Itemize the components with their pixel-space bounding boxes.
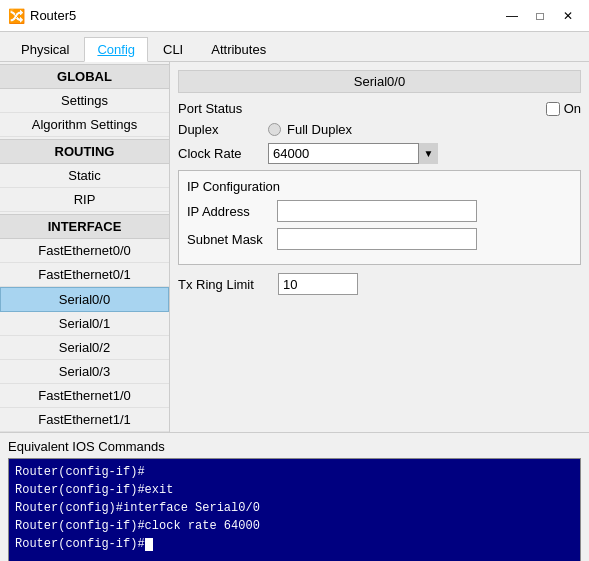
tx-ring-limit-label: Tx Ring Limit <box>178 277 268 292</box>
tx-ring-limit-input[interactable] <box>278 273 358 295</box>
tab-physical[interactable]: Physical <box>8 37 82 62</box>
console-line-5: Router(config-if)# <box>15 535 574 553</box>
maximize-button[interactable]: □ <box>527 5 553 27</box>
ip-address-label: IP Address <box>187 204 277 219</box>
console-line-1: Router(config-if)# <box>15 463 574 481</box>
sidebar-item-fastethernet0-1[interactable]: FastEthernet0/1 <box>0 263 169 287</box>
duplex-label: Duplex <box>178 122 268 137</box>
title-bar: 🔀 Router5 — □ ✕ <box>0 0 589 32</box>
sidebar-item-static[interactable]: Static <box>0 164 169 188</box>
port-status-row: Port Status On <box>178 101 581 116</box>
duplex-options: Full Duplex <box>268 122 352 137</box>
console-cursor <box>145 538 153 551</box>
sidebar-item-serial0-3[interactable]: Serial0/3 <box>0 360 169 384</box>
clock-rate-row: Clock Rate 64000 128000 256000 512000 ▼ <box>178 143 581 164</box>
ip-config-section: IP Configuration IP Address Subnet Mask <box>178 170 581 265</box>
sidebar-scroll[interactable]: GLOBAL Settings Algorithm Settings ROUTI… <box>0 62 169 432</box>
sidebar-item-algorithm-settings[interactable]: Algorithm Settings <box>0 113 169 137</box>
port-status-on-label: On <box>564 101 581 116</box>
sidebar-item-serial0-2[interactable]: Serial0/2 <box>0 336 169 360</box>
clock-rate-select[interactable]: 64000 128000 256000 512000 <box>268 143 438 164</box>
console-area[interactable]: Router(config-if)# Router(config-if)#exi… <box>8 458 581 561</box>
port-status-checkbox[interactable] <box>546 102 560 116</box>
subnet-mask-label: Subnet Mask <box>187 232 277 247</box>
section-routing-header: ROUTING <box>0 139 169 164</box>
console-line-3: Router(config)#interface Serial0/0 <box>15 499 574 517</box>
main-content: GLOBAL Settings Algorithm Settings ROUTI… <box>0 62 589 432</box>
subnet-mask-row: Subnet Mask <box>187 228 572 250</box>
sidebar-item-settings[interactable]: Settings <box>0 89 169 113</box>
right-panel: Serial0/0 Port Status On Duplex Full Dup… <box>170 62 589 432</box>
equiv-label: Equivalent IOS Commands <box>8 439 581 454</box>
port-status-label: Port Status <box>178 101 268 116</box>
section-global-header: GLOBAL <box>0 64 169 89</box>
duplex-value: Full Duplex <box>287 122 352 137</box>
title-bar-left: 🔀 Router5 <box>8 8 76 24</box>
subnet-mask-input[interactable] <box>277 228 477 250</box>
tab-attributes[interactable]: Attributes <box>198 37 279 62</box>
tab-config[interactable]: Config <box>84 37 148 62</box>
clock-rate-label: Clock Rate <box>178 146 268 161</box>
ip-address-row: IP Address <box>187 200 572 222</box>
minimize-button[interactable]: — <box>499 5 525 27</box>
sidebar-item-fastethernet1-1[interactable]: FastEthernet1/1 <box>0 408 169 432</box>
tab-bar: Physical Config CLI Attributes <box>0 32 589 62</box>
console-line-2: Router(config-if)#exit <box>15 481 574 499</box>
close-button[interactable]: ✕ <box>555 5 581 27</box>
tab-cli[interactable]: CLI <box>150 37 196 62</box>
tx-ring-section: Tx Ring Limit <box>178 273 581 295</box>
sidebar: GLOBAL Settings Algorithm Settings ROUTI… <box>0 62 170 432</box>
sidebar-item-fastethernet0-0[interactable]: FastEthernet0/0 <box>0 239 169 263</box>
sidebar-item-serial0-0[interactable]: Serial0/0 <box>0 287 169 312</box>
duplex-row: Duplex Full Duplex <box>178 122 581 137</box>
bottom-area: Equivalent IOS Commands Router(config-if… <box>0 432 589 561</box>
sidebar-item-rip[interactable]: RIP <box>0 188 169 212</box>
duplex-radio[interactable] <box>268 123 281 136</box>
clock-rate-select-wrapper: 64000 128000 256000 512000 ▼ <box>268 143 438 164</box>
section-interface-header: INTERFACE <box>0 214 169 239</box>
panel-title: Serial0/0 <box>178 70 581 93</box>
console-line-4: Router(config-if)#clock rate 64000 <box>15 517 574 535</box>
app-icon: 🔀 <box>8 8 24 24</box>
sidebar-item-fastethernet1-0[interactable]: FastEthernet1/0 <box>0 384 169 408</box>
sidebar-item-serial0-1[interactable]: Serial0/1 <box>0 312 169 336</box>
ip-config-title: IP Configuration <box>187 179 572 194</box>
window-title: Router5 <box>30 8 76 23</box>
ip-address-input[interactable] <box>277 200 477 222</box>
window-controls: — □ ✕ <box>499 5 581 27</box>
